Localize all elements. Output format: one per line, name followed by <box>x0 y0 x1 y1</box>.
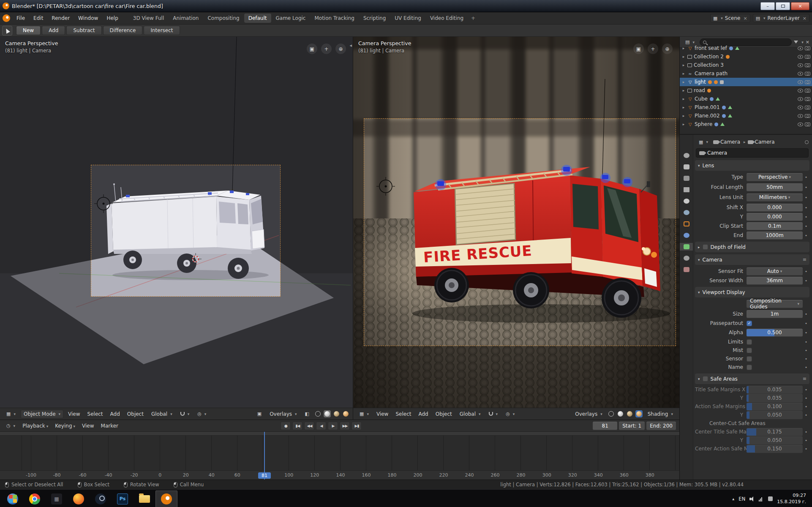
outliner-row[interactable]: ▸ ▽ Plane.001 <box>680 103 812 112</box>
hide-viewport-toggle[interactable] <box>798 80 803 84</box>
disable-render-toggle[interactable] <box>805 89 810 93</box>
mode-selector[interactable]: Object Mode▾ <box>21 410 63 418</box>
expand-icon[interactable]: ▸ <box>681 88 686 93</box>
shading-wireframe-button[interactable] <box>314 410 322 417</box>
disable-render-toggle[interactable] <box>805 46 810 50</box>
shading-rendered-button[interactable] <box>635 410 643 417</box>
tab-uv-editing[interactable]: UV Editing <box>390 14 425 23</box>
pin-icon[interactable] <box>805 140 809 144</box>
animate-dot[interactable]: • <box>803 446 809 452</box>
frame-end-field[interactable]: End:200 <box>646 422 676 430</box>
animate-dot[interactable]: • <box>803 233 809 238</box>
animate-dot[interactable]: • <box>803 195 809 200</box>
photoshop-taskbar-icon[interactable]: Ps <box>112 491 134 507</box>
dof-section-header[interactable]: ▸ Depth of Field <box>695 242 809 252</box>
animate-dot[interactable]: • <box>803 278 809 283</box>
blender-taskbar-icon[interactable] <box>155 491 177 507</box>
menu-view[interactable]: View <box>374 410 391 418</box>
shading-rendered-button[interactable] <box>342 410 349 417</box>
outliner-row[interactable]: ▸ ▽ Cube <box>680 95 812 103</box>
animate-dot[interactable]: • <box>803 214 809 220</box>
tab-tool[interactable] <box>680 152 693 159</box>
3d-scene-left[interactable] <box>0 37 353 408</box>
outliner-row[interactable]: ▸ road <box>680 86 812 95</box>
playhead[interactable]: 81 <box>258 472 271 479</box>
disable-render-toggle[interactable] <box>805 114 810 118</box>
animate-dot[interactable]: • <box>803 404 809 409</box>
tab-video-editing[interactable]: Video Editing <box>426 14 468 23</box>
disable-render-toggle[interactable] <box>805 72 810 76</box>
outliner-row[interactable]: ▸ Collection 2 <box>680 52 812 61</box>
shading-material-button[interactable] <box>333 410 340 417</box>
prev-keyframe-button[interactable]: ◀◀ <box>304 422 314 430</box>
menu-help[interactable]: Help <box>103 14 122 22</box>
shift-y-field[interactable]: 0.000 <box>747 213 803 221</box>
view-layer-selector[interactable]: ▤ ▾ RenderLayer × <box>753 14 809 22</box>
object-name[interactable]: Cube <box>695 96 708 102</box>
tab-physics[interactable] <box>680 254 693 262</box>
sensor-fit-dropdown[interactable]: Auto▾ <box>747 267 803 275</box>
pan-hand-icon[interactable]: + <box>648 44 658 54</box>
gizmo-toggle[interactable]: ▣ <box>254 410 264 418</box>
collection-name[interactable]: road <box>694 87 705 93</box>
expand-icon[interactable]: ▸ <box>681 46 686 50</box>
animate-dot[interactable]: • <box>803 311 809 317</box>
outliner-row-selected[interactable]: ▸ ▽ light <box>680 78 812 86</box>
timeline-ruler[interactable]: -100-80-60-40-20020406080100120140160180… <box>0 470 679 480</box>
boolean-difference-button[interactable]: Difference <box>103 26 143 35</box>
tab-world[interactable] <box>680 209 693 216</box>
menu-add[interactable]: Add <box>108 410 123 418</box>
current-frame-field[interactable]: 81 <box>593 422 617 430</box>
next-keyframe-button[interactable]: ▶▶ <box>340 422 350 430</box>
expand-icon[interactable]: ▸ <box>681 122 686 126</box>
camera-section-header[interactable]: ▾ Camera ≡ <box>695 254 809 265</box>
hide-viewport-toggle[interactable] <box>798 89 803 93</box>
camera-view-icon[interactable]: ▣ <box>633 44 644 54</box>
hide-viewport-toggle[interactable] <box>798 63 803 67</box>
expand-icon[interactable]: ▸ <box>681 97 686 101</box>
object-name[interactable]: front seat lef <box>695 45 727 51</box>
tab-scene[interactable] <box>680 197 693 205</box>
pivot-selector[interactable]: ◎▾ <box>194 410 209 418</box>
camera-frame[interactable] <box>91 165 281 297</box>
zoom-icon[interactable]: ⊕ <box>335 44 346 54</box>
menu-marker[interactable]: Marker <box>98 422 121 430</box>
focal-length-field[interactable]: 50mm <box>747 183 803 191</box>
animate-dot[interactable]: • <box>803 205 809 210</box>
auto-key-toggle[interactable]: ● <box>281 422 291 430</box>
unlink-layer-icon[interactable]: × <box>803 16 807 21</box>
disable-render-toggle[interactable] <box>805 80 810 84</box>
outliner-row[interactable]: ▸ ▽ front seat lef <box>680 44 812 52</box>
xray-toggle[interactable]: ◧ <box>302 410 312 418</box>
viewport-3d-right[interactable]: FIRE RESCUE <box>353 37 679 420</box>
menu-object[interactable]: Object <box>433 410 455 418</box>
notification-icon[interactable] <box>768 496 773 501</box>
hide-viewport-toggle[interactable] <box>798 114 803 118</box>
shading-wireframe-button[interactable] <box>608 410 615 417</box>
shading-solid-button[interactable] <box>617 410 624 417</box>
object-name[interactable]: Sphere <box>695 121 712 127</box>
object-name[interactable]: Camera path <box>695 71 728 76</box>
animate-dot[interactable]: • <box>803 365 809 370</box>
pivot-selector[interactable]: ◎▾ <box>503 410 518 418</box>
center-title-y-slider[interactable]: 0.050 <box>747 436 803 444</box>
tab-motion-tracking[interactable]: Motion Tracking <box>310 14 358 23</box>
presets-icon[interactable]: ≡ <box>803 257 807 262</box>
jump-to-end-button[interactable]: ▶▮ <box>352 422 362 430</box>
add-workspace-button[interactable]: + <box>468 14 478 23</box>
hide-viewport-toggle[interactable] <box>798 123 803 126</box>
presets-icon[interactable]: ≡ <box>803 376 807 382</box>
safe-areas-checkbox[interactable] <box>703 376 708 382</box>
boolean-add-button[interactable]: Add <box>42 26 65 35</box>
camera-view-icon[interactable]: ▣ <box>307 44 317 54</box>
hide-viewport-toggle[interactable] <box>798 55 803 59</box>
boolean-subtract-button[interactable]: Subtract <box>66 26 101 35</box>
tab-default[interactable]: Default <box>244 14 271 23</box>
overlays-toggle[interactable]: Overlays▾ <box>267 410 300 418</box>
boolean-new-button[interactable]: New <box>16 26 41 35</box>
shift-x-field[interactable]: 0.000 <box>747 204 803 212</box>
3d-scene-right[interactable]: FIRE RESCUE <box>353 37 679 408</box>
jump-to-start-button[interactable]: ▮◀ <box>292 422 302 430</box>
orientation-selector[interactable]: Global▾ <box>457 410 484 418</box>
outliner-row[interactable]: ▸ ▽ Plane.002 <box>680 112 812 120</box>
